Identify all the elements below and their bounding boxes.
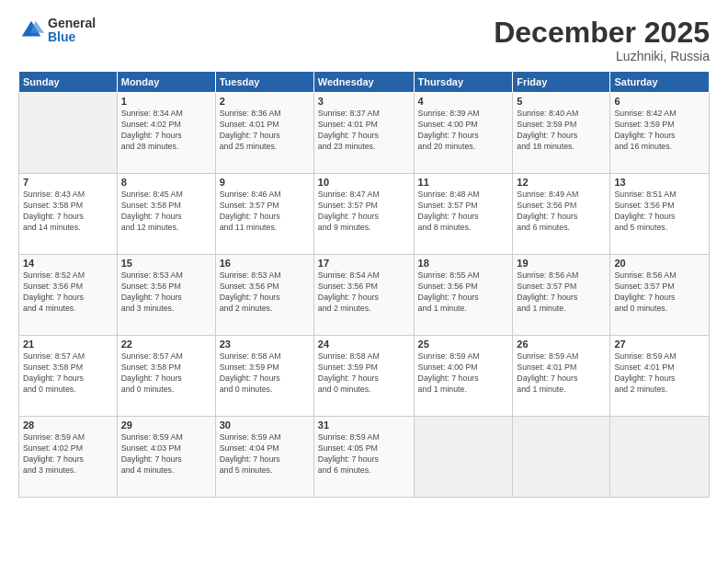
- day-info: Sunrise: 8:59 AMSunset: 4:03 PMDaylight:…: [121, 432, 211, 477]
- table-row: 7Sunrise: 8:43 AMSunset: 3:58 PMDaylight…: [19, 174, 118, 255]
- table-row: 8Sunrise: 8:45 AMSunset: 3:58 PMDaylight…: [117, 174, 215, 255]
- table-row: 14Sunrise: 8:52 AMSunset: 3:56 PMDayligh…: [19, 255, 118, 336]
- month-title: December 2025: [494, 17, 710, 49]
- day-info: Sunrise: 8:40 AMSunset: 3:59 PMDaylight:…: [517, 109, 606, 153]
- day-info: Sunrise: 8:56 AMSunset: 3:57 PMDaylight:…: [517, 270, 606, 315]
- table-row: 13Sunrise: 8:51 AMSunset: 3:56 PMDayligh…: [610, 174, 710, 255]
- table-row: 9Sunrise: 8:46 AMSunset: 3:57 PMDaylight…: [215, 174, 313, 255]
- day-number: 29: [121, 419, 211, 431]
- table-row: 17Sunrise: 8:54 AMSunset: 3:56 PMDayligh…: [313, 255, 414, 336]
- day-info: Sunrise: 8:34 AMSunset: 4:02 PMDaylight:…: [121, 109, 211, 153]
- day-number: 1: [121, 96, 211, 107]
- day-number: 6: [614, 96, 705, 107]
- table-row: 24Sunrise: 8:58 AMSunset: 3:59 PMDayligh…: [313, 336, 414, 417]
- day-number: 4: [418, 96, 509, 107]
- table-row: 10Sunrise: 8:47 AMSunset: 3:57 PMDayligh…: [313, 174, 414, 255]
- table-row: 31Sunrise: 8:59 AMSunset: 4:05 PMDayligh…: [313, 417, 414, 498]
- day-number: 20: [614, 258, 705, 269]
- day-number: 13: [614, 177, 705, 188]
- day-number: 31: [318, 419, 410, 431]
- calendar-week-row: 21Sunrise: 8:57 AMSunset: 3:58 PMDayligh…: [19, 336, 710, 417]
- day-number: 28: [23, 419, 113, 431]
- day-info: Sunrise: 8:51 AMSunset: 3:56 PMDaylight:…: [614, 190, 705, 234]
- day-number: 7: [23, 177, 113, 188]
- page: General Blue December 2025 Luzhniki, Rus…: [0, 0, 728, 563]
- table-row: 29Sunrise: 8:59 AMSunset: 4:03 PMDayligh…: [117, 417, 215, 498]
- table-row: [610, 417, 710, 498]
- table-row: 6Sunrise: 8:42 AMSunset: 3:59 PMDaylight…: [610, 93, 710, 174]
- table-row: 15Sunrise: 8:53 AMSunset: 3:56 PMDayligh…: [117, 255, 215, 336]
- col-sunday: Sunday: [19, 72, 118, 93]
- day-number: 25: [418, 339, 509, 350]
- day-info: Sunrise: 8:59 AMSunset: 4:02 PMDaylight:…: [23, 432, 113, 477]
- table-row: 2Sunrise: 8:36 AMSunset: 4:01 PMDaylight…: [215, 93, 313, 174]
- col-saturday: Saturday: [610, 72, 710, 93]
- day-info: Sunrise: 8:36 AMSunset: 4:01 PMDaylight:…: [220, 109, 310, 153]
- day-info: Sunrise: 8:59 AMSunset: 4:05 PMDaylight:…: [318, 432, 410, 477]
- day-number: 5: [517, 96, 606, 107]
- day-number: 21: [23, 339, 113, 350]
- day-number: 9: [220, 177, 310, 188]
- day-info: Sunrise: 8:58 AMSunset: 3:59 PMDaylight:…: [220, 351, 310, 396]
- day-info: Sunrise: 8:52 AMSunset: 3:56 PMDaylight:…: [23, 270, 113, 315]
- calendar-table: Sunday Monday Tuesday Wednesday Thursday…: [18, 71, 710, 498]
- day-number: 18: [418, 258, 509, 269]
- day-number: 27: [614, 339, 705, 350]
- table-row: 3Sunrise: 8:37 AMSunset: 4:01 PMDaylight…: [313, 93, 414, 174]
- table-row: [513, 417, 610, 498]
- day-number: 10: [318, 177, 410, 188]
- table-row: 22Sunrise: 8:57 AMSunset: 3:58 PMDayligh…: [117, 336, 215, 417]
- day-info: Sunrise: 8:55 AMSunset: 3:56 PMDaylight:…: [418, 270, 509, 315]
- day-number: 22: [121, 339, 211, 350]
- table-row: [414, 417, 513, 498]
- calendar-week-row: 14Sunrise: 8:52 AMSunset: 3:56 PMDayligh…: [19, 255, 710, 336]
- table-row: 20Sunrise: 8:56 AMSunset: 3:57 PMDayligh…: [610, 255, 710, 336]
- col-friday: Friday: [513, 72, 610, 93]
- table-row: 23Sunrise: 8:58 AMSunset: 3:59 PMDayligh…: [215, 336, 313, 417]
- day-info: Sunrise: 8:59 AMSunset: 4:04 PMDaylight:…: [220, 432, 310, 477]
- day-number: 12: [517, 177, 606, 188]
- day-number: 23: [220, 339, 310, 350]
- col-wednesday: Wednesday: [313, 72, 414, 93]
- day-number: 19: [517, 258, 606, 269]
- logo: General Blue: [18, 17, 96, 45]
- day-number: 17: [318, 258, 410, 269]
- day-info: Sunrise: 8:49 AMSunset: 3:56 PMDaylight:…: [517, 190, 606, 234]
- day-info: Sunrise: 8:56 AMSunset: 3:57 PMDaylight:…: [614, 270, 705, 315]
- location: Luzhniki, Russia: [494, 49, 710, 63]
- table-row: 18Sunrise: 8:55 AMSunset: 3:56 PMDayligh…: [414, 255, 513, 336]
- calendar-week-row: 1Sunrise: 8:34 AMSunset: 4:02 PMDaylight…: [19, 93, 710, 174]
- day-info: Sunrise: 8:46 AMSunset: 3:57 PMDaylight:…: [220, 190, 310, 234]
- day-number: 24: [318, 339, 410, 350]
- table-row: 1Sunrise: 8:34 AMSunset: 4:02 PMDaylight…: [117, 93, 215, 174]
- day-info: Sunrise: 8:58 AMSunset: 3:59 PMDaylight:…: [318, 351, 410, 396]
- day-info: Sunrise: 8:59 AMSunset: 4:01 PMDaylight:…: [614, 351, 705, 396]
- table-row: 28Sunrise: 8:59 AMSunset: 4:02 PMDayligh…: [19, 417, 118, 498]
- day-info: Sunrise: 8:57 AMSunset: 3:58 PMDaylight:…: [121, 351, 211, 396]
- day-number: 30: [220, 419, 310, 431]
- table-row: 19Sunrise: 8:56 AMSunset: 3:57 PMDayligh…: [513, 255, 610, 336]
- table-row: [19, 93, 118, 174]
- day-info: Sunrise: 8:54 AMSunset: 3:56 PMDaylight:…: [318, 270, 410, 315]
- day-number: 3: [318, 96, 410, 107]
- calendar-week-row: 7Sunrise: 8:43 AMSunset: 3:58 PMDaylight…: [19, 174, 710, 255]
- day-info: Sunrise: 8:37 AMSunset: 4:01 PMDaylight:…: [318, 109, 410, 153]
- table-row: 21Sunrise: 8:57 AMSunset: 3:58 PMDayligh…: [19, 336, 118, 417]
- table-row: 12Sunrise: 8:49 AMSunset: 3:56 PMDayligh…: [513, 174, 610, 255]
- col-tuesday: Tuesday: [215, 72, 313, 93]
- day-number: 2: [220, 96, 310, 107]
- day-info: Sunrise: 8:48 AMSunset: 3:57 PMDaylight:…: [418, 190, 509, 234]
- table-row: 30Sunrise: 8:59 AMSunset: 4:04 PMDayligh…: [215, 417, 313, 498]
- day-number: 11: [418, 177, 509, 188]
- logo-icon: [18, 17, 44, 43]
- calendar-header-row: Sunday Monday Tuesday Wednesday Thursday…: [19, 72, 710, 93]
- table-row: 26Sunrise: 8:59 AMSunset: 4:01 PMDayligh…: [513, 336, 610, 417]
- table-row: 25Sunrise: 8:59 AMSunset: 4:00 PMDayligh…: [414, 336, 513, 417]
- calendar-week-row: 28Sunrise: 8:59 AMSunset: 4:02 PMDayligh…: [19, 417, 710, 498]
- day-number: 8: [121, 177, 211, 188]
- day-info: Sunrise: 8:57 AMSunset: 3:58 PMDaylight:…: [23, 351, 113, 396]
- day-info: Sunrise: 8:45 AMSunset: 3:58 PMDaylight:…: [121, 190, 211, 234]
- day-info: Sunrise: 8:59 AMSunset: 4:00 PMDaylight:…: [418, 351, 509, 396]
- logo-general-text: General: [48, 17, 96, 30]
- table-row: 4Sunrise: 8:39 AMSunset: 4:00 PMDaylight…: [414, 93, 513, 174]
